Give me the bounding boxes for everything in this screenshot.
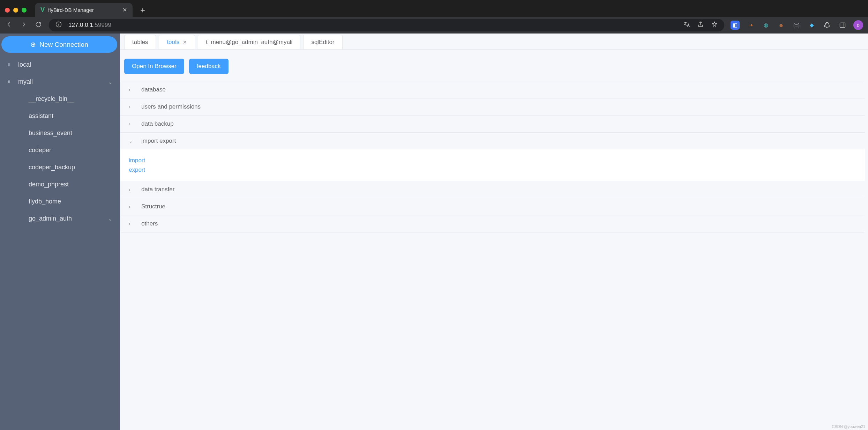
feedback-button[interactable]: feedback (189, 59, 229, 74)
database-item[interactable]: go_admin_auth ⌄ (1, 210, 119, 227)
plus-circle-icon: ⊕ (30, 40, 36, 49)
tab-tmenu[interactable]: t_menu@go_admin_auth@myali (198, 35, 300, 49)
tools-accordion: ›database ›users and permissions ›data b… (120, 81, 865, 232)
extension-icon[interactable]: {=} (792, 21, 801, 30)
chevron-right-icon: › (129, 187, 134, 192)
chevron-down-icon: ⌄ (108, 216, 112, 222)
window-controls (5, 8, 27, 13)
extension-icon[interactable]: ◍ (761, 21, 770, 30)
close-tab-icon[interactable]: ✕ (122, 7, 127, 13)
browser-chrome: V flyBird-DB Manager ✕ ＋ 127.0.0.1:59999 (0, 0, 868, 34)
database-item[interactable]: flydb_home (1, 193, 119, 210)
accordion-section-database: ›database (120, 81, 865, 98)
new-connection-label: New Connection (39, 41, 88, 49)
tools-toolbar: Open In Browser feedback (120, 50, 868, 81)
accordion-section-users: ›users and permissions (120, 98, 865, 116)
main-panel: tables tools ✕ t_menu@go_admin_auth@myal… (120, 34, 868, 430)
database-item[interactable]: assistant (1, 108, 119, 125)
forward-button[interactable] (20, 21, 28, 30)
minimize-window-icon[interactable] (13, 8, 18, 13)
connection-label: local (18, 61, 31, 68)
browser-toolbar: 127.0.0.1:59999 ◧ ⇢ ◍ ☻ {=} ◆ o (0, 17, 868, 34)
extensions-menu-icon[interactable] (823, 21, 832, 30)
browser-tab-row: V flyBird-DB Manager ✕ ＋ (0, 0, 868, 17)
vue-logo-icon: V (40, 6, 45, 14)
url-port: :59999 (93, 22, 111, 28)
maximize-window-icon[interactable] (22, 8, 27, 13)
chevron-right-icon: › (129, 204, 134, 209)
url-host: 127.0.0.1 (68, 22, 93, 28)
connection-item-myali[interactable]: ⠿ myali ⌄ (1, 73, 119, 90)
accordion-body: import export (120, 149, 865, 181)
address-bar-actions (683, 21, 718, 30)
open-in-browser-button[interactable]: Open In Browser (124, 59, 184, 74)
content-tabs: tables tools ✕ t_menu@go_admin_auth@myal… (120, 34, 868, 50)
chevron-right-icon: › (129, 121, 134, 127)
accordion-section-structure: ›Structrue (120, 198, 865, 215)
database-item[interactable]: codeper_backup (1, 159, 119, 176)
sidebar: ⊕ New Connection ⠿ local ⠿ myali ⌄ __rec… (0, 34, 120, 430)
app-root: ⊕ New Connection ⠿ local ⠿ myali ⌄ __rec… (0, 34, 868, 430)
accordion-section-backup: ›data backup (120, 116, 865, 133)
accordion-section-transfer: ›data transfer (120, 181, 865, 198)
accordion-section-import-export: ⌄import export import export (120, 133, 865, 181)
address-bar[interactable]: 127.0.0.1:59999 (49, 19, 724, 31)
back-button[interactable] (5, 21, 13, 30)
chevron-right-icon: › (129, 87, 134, 92)
database-item[interactable]: business_event (1, 125, 119, 142)
translate-icon[interactable] (683, 21, 690, 30)
watermark: CSDN @youwen21 (832, 424, 865, 429)
chevron-down-icon: ⌄ (129, 138, 134, 144)
side-panel-icon[interactable] (838, 21, 847, 30)
new-connection-button[interactable]: ⊕ New Connection (1, 36, 117, 53)
extension-icon[interactable]: ◆ (807, 21, 816, 30)
tab-title: flyBird-DB Manager (48, 7, 94, 13)
extension-icon[interactable]: ☻ (777, 21, 786, 30)
database-item[interactable]: demo_phprest (1, 176, 119, 193)
reload-button[interactable] (34, 21, 43, 30)
tab-tables[interactable]: tables (124, 35, 156, 49)
extension-icon[interactable]: ⇢ (746, 21, 755, 30)
chevron-right-icon: › (129, 104, 134, 110)
bookmark-star-icon[interactable] (711, 21, 718, 30)
profile-avatar[interactable]: o (853, 20, 863, 30)
connection-label: myali (18, 78, 33, 86)
close-icon[interactable]: ✕ (183, 39, 187, 45)
database-item[interactable]: __recycle_bin__ (1, 90, 119, 108)
share-icon[interactable] (697, 21, 704, 30)
connection-item-local[interactable]: ⠿ local (1, 56, 119, 73)
chevron-right-icon: › (129, 221, 134, 227)
accordion-section-others: ›others (120, 215, 865, 232)
chevron-down-icon: ⌄ (108, 79, 112, 85)
export-link[interactable]: export (129, 165, 856, 175)
tab-sqleditor[interactable]: sqlEditor (303, 35, 342, 49)
close-window-icon[interactable] (5, 8, 10, 13)
extensions-row: ◧ ⇢ ◍ ☻ {=} ◆ o (731, 20, 863, 30)
drag-grip-icon: ⠿ (8, 64, 13, 66)
import-link[interactable]: import (129, 156, 856, 165)
site-info-icon[interactable] (55, 21, 62, 30)
browser-tab[interactable]: V flyBird-DB Manager ✕ (35, 3, 133, 17)
database-item[interactable]: codeper (1, 142, 119, 159)
extension-icon[interactable]: ◧ (731, 21, 740, 30)
svg-rect-3 (840, 23, 845, 27)
new-tab-button[interactable]: ＋ (139, 6, 147, 14)
tab-tools[interactable]: tools ✕ (159, 35, 195, 49)
drag-grip-icon: ⠿ (8, 81, 13, 83)
